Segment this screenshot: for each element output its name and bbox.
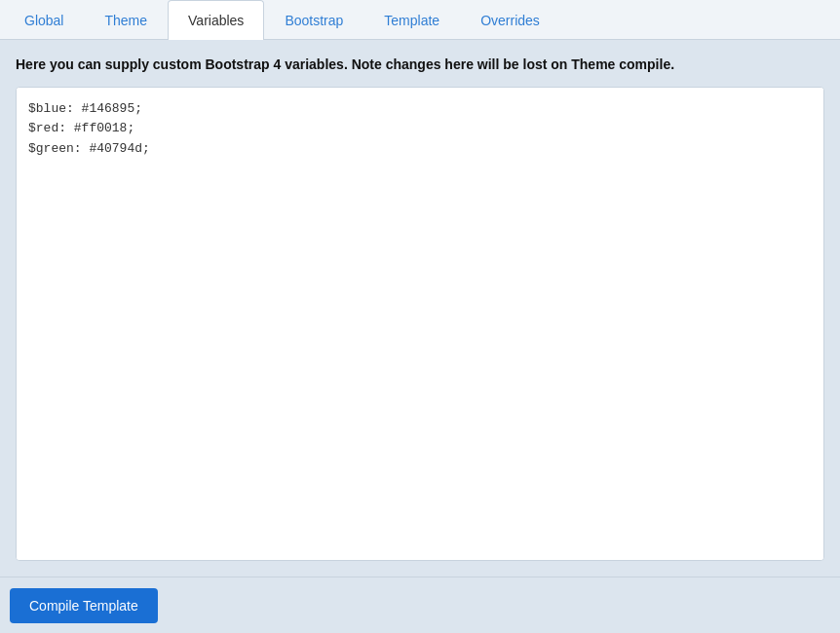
tab-template[interactable]: Template	[363, 0, 460, 40]
footer-bar: Compile Template	[0, 577, 840, 633]
tab-theme[interactable]: Theme	[84, 0, 168, 40]
info-text: Here you can supply custom Bootstrap 4 v…	[16, 56, 824, 75]
tab-global[interactable]: Global	[4, 0, 84, 40]
tab-bar: Global Theme Variables Bootstrap Templat…	[0, 0, 840, 40]
editor-container	[16, 87, 824, 561]
content-area: Here you can supply custom Bootstrap 4 v…	[0, 40, 840, 577]
tab-overrides[interactable]: Overrides	[460, 0, 560, 40]
variables-editor[interactable]	[17, 88, 823, 560]
tab-bootstrap[interactable]: Bootstrap	[264, 0, 363, 40]
compile-template-button[interactable]: Compile Template	[10, 588, 158, 623]
tab-variables[interactable]: Variables	[168, 0, 264, 40]
